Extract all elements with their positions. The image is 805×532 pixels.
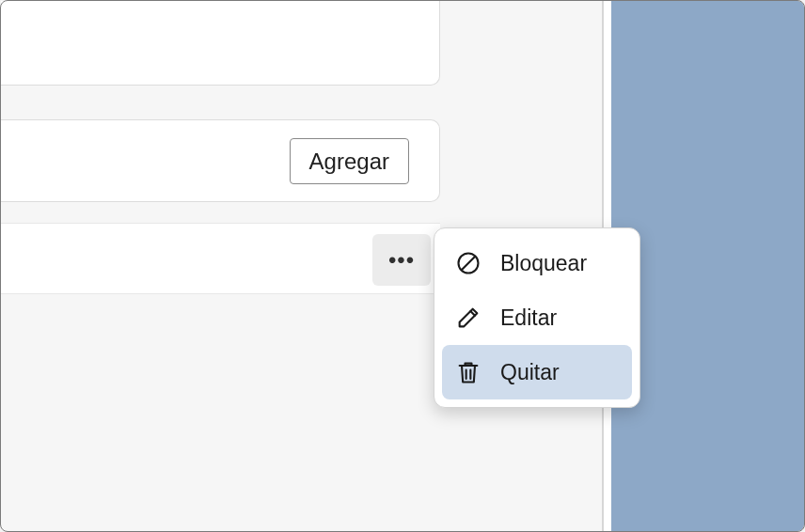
menu-item-block[interactable]: Bloquear	[442, 236, 632, 290]
context-menu: Bloquear Editar Quitar	[434, 227, 640, 408]
trash-icon	[455, 359, 481, 385]
menu-item-remove[interactable]: Quitar	[442, 345, 632, 399]
add-button-label: Agregar	[309, 149, 389, 175]
menu-item-label: Bloquear	[500, 251, 587, 276]
menu-item-label: Quitar	[500, 360, 560, 385]
block-icon	[455, 250, 481, 276]
pencil-icon	[455, 305, 481, 331]
more-icon: •••	[388, 249, 415, 272]
menu-item-label: Editar	[500, 305, 557, 331]
card	[1, 1, 440, 86]
svg-line-1	[462, 257, 475, 270]
more-button[interactable]: •••	[372, 234, 431, 286]
add-button[interactable]: Agregar	[290, 138, 409, 184]
card: Agregar	[1, 119, 440, 202]
list-row: •••	[1, 223, 440, 294]
menu-item-edit[interactable]: Editar	[442, 290, 632, 345]
